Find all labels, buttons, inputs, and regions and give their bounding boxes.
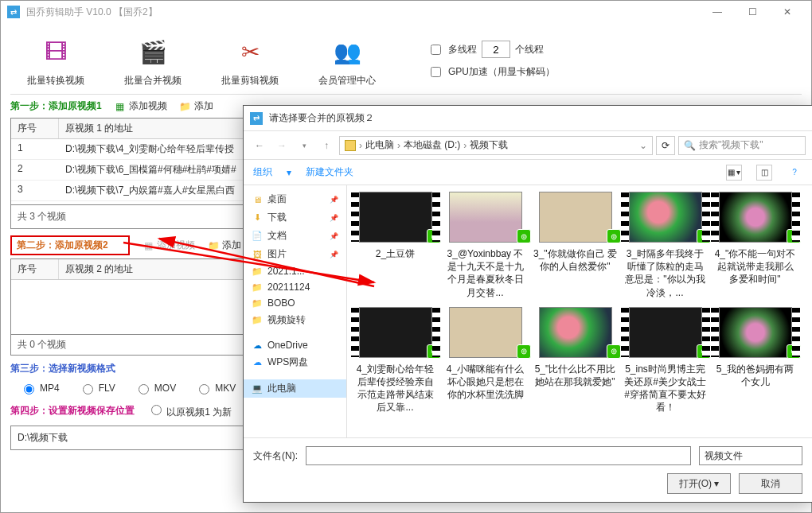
people-icon: 👥 [328, 33, 366, 71]
sidebar-label: 图片 [267, 247, 287, 261]
file-thumb[interactable]: ⊚3_@Yoxinbbay 不是十九天不是十九个月是春夏秋冬日月交替... [443, 192, 527, 299]
folder-icon: 📁 [208, 240, 219, 251]
wechat-badge-icon: ⊚ [787, 229, 801, 243]
crumb[interactable]: 视频下载 [470, 138, 508, 152]
sidebar-icon: ⬇ [252, 212, 263, 223]
search-input[interactable]: 🔍 搜索"视频下载" [678, 136, 806, 155]
wechat-badge-icon: ⊚ [427, 229, 441, 243]
sidebar-item[interactable]: ☁OneDrive [244, 337, 346, 353]
pin-icon: 📌 [330, 196, 338, 204]
nav-forward-button[interactable]: → [272, 136, 291, 155]
file-name: 2_土豆饼 [376, 247, 415, 260]
sidebar-item[interactable]: 📁视频旋转 [244, 311, 346, 329]
app-icon [250, 112, 263, 125]
wechat-badge-icon: ⊚ [517, 344, 531, 359]
step2-row: 第二步：添加原视频2 [10, 235, 130, 255]
wechat-badge-icon: ⊚ [697, 229, 711, 243]
thread-count-input[interactable] [482, 41, 510, 58]
sidebar-label: 20211124 [267, 282, 310, 293]
crumb[interactable]: 本地磁盘 (D:) [404, 138, 460, 152]
video-thumbnail: ⊚ [359, 307, 432, 358]
tool-merge[interactable]: 🎬 批量合并视频 [117, 33, 189, 87]
table2-count: 共 0 个视频 [18, 338, 66, 352]
crumb[interactable]: 此电脑 [365, 138, 394, 152]
step1-label: 第一步：添加原视频1 [10, 99, 102, 113]
file-thumb[interactable]: ⊚2_土豆饼 [353, 192, 437, 299]
file-thumb[interactable]: ⊚5_ins时尚男博主完美还原#美少女战士#穿搭简直不要太好看！ [623, 307, 707, 414]
sidebar-label: 桌面 [267, 192, 287, 206]
file-name: 5_我的爸妈拥有两个女儿 [713, 363, 797, 388]
file-thumb[interactable]: ⊚3_时隔多年我终于听懂了陈粒的走马意思是："你以为我冷淡，... [623, 192, 707, 299]
tool-cut[interactable]: ✂ 批量剪辑视频 [214, 33, 286, 87]
use-src-path[interactable]: 以原视频1 为新 [147, 402, 232, 419]
sidebar-label: 此电脑 [267, 382, 296, 395]
add-video2-button[interactable]: ▦ 添加视频 [142, 239, 195, 252]
file-name: 3_@Yoxinbbay 不是十九天不是十九个月是春夏秋冬日月交替... [443, 247, 527, 299]
file-thumb[interactable]: ⊚3_"你就做你自己 爱你的人自然爱你" [533, 192, 617, 299]
format-mov[interactable]: MOV [135, 382, 176, 394]
file-thumb[interactable]: ⊚4_"你不能一句对不起就说带走我那么多爱和时间" [713, 192, 797, 299]
wechat-badge-icon: ⊚ [697, 344, 711, 359]
chevron-down-icon[interactable]: ⌄ [639, 140, 647, 151]
sidebar-item[interactable]: ☁WPS网盘 [244, 353, 346, 371]
file-name: 4_小嘴咪能有什么坏心眼她只是想在你的水杯里洗洗脚 [443, 363, 527, 402]
add-folder2-button[interactable]: 📁 添加 [208, 239, 241, 252]
pin-icon: 📌 [330, 251, 338, 258]
sidebar-label: 下载 [267, 211, 287, 224]
tool-label: 会员管理中心 [318, 74, 376, 87]
add-video1-button[interactable]: ▦ 添加视频 [115, 99, 167, 113]
preview-pane-button[interactable]: ◫ [756, 165, 772, 181]
sidebar-item[interactable]: 📁BOBO [244, 295, 346, 311]
wechat-badge-icon: ⊚ [427, 344, 441, 359]
format-mp4[interactable]: MP4 [20, 382, 60, 394]
sidebar-item[interactable]: 💻此电脑 [244, 379, 346, 398]
nav-up-button[interactable]: ↑ [317, 136, 336, 155]
file-name: 4_刘雯耐心给年轻后辈传授经验亲自示范走路带风结束后又靠... [353, 363, 437, 414]
sidebar-item[interactable]: 🖥桌面📌 [244, 190, 346, 208]
file-thumb[interactable]: ⊚5_我的爸妈拥有两个女儿 [713, 307, 797, 414]
format-mkv[interactable]: MKV [195, 382, 236, 394]
file-thumb[interactable]: ⊚4_小嘴咪能有什么坏心眼她只是想在你的水杯里洗洗脚 [443, 307, 527, 414]
wechat-badge-icon: ⊚ [517, 229, 531, 243]
filename-input[interactable] [306, 446, 691, 465]
main-toolbar: 🎞 批量转换视频 🎬 批量合并视频 ✂ 批量剪辑视频 👥 会员管理中心 多线程 [10, 29, 802, 91]
sidebar-item[interactable]: 📁2021.1... [244, 263, 346, 279]
sidebar-icon: 📁 [252, 315, 263, 326]
sidebar-item[interactable]: 📁20211124 [244, 279, 346, 295]
tool-member[interactable]: 👥 会员管理中心 [311, 33, 383, 87]
new-folder-button[interactable]: 新建文件夹 [306, 165, 353, 179]
sidebar-icon: 📁 [252, 266, 263, 277]
folder-icon: 📁 [180, 101, 191, 112]
breadcrumb[interactable]: › 此电脑 › 本地磁盘 (D:) › 视频下载 ⌄ [339, 136, 653, 155]
file-thumb[interactable]: ⊚4_刘雯耐心给年轻后辈传授经验亲自示范走路带风结束后又靠... [353, 307, 437, 414]
refresh-button[interactable]: ⟳ [656, 136, 675, 155]
sidebar-item[interactable]: ⬇下载📌 [244, 208, 346, 227]
gpu-option[interactable]: GPU加速（用显卡解码） [427, 64, 555, 80]
help-button[interactable]: ? [787, 165, 802, 181]
step2-label: 第二步：添加原视频2 [17, 239, 108, 252]
close-button[interactable]: ✕ [770, 1, 805, 23]
sidebar-item[interactable]: 📄文档📌 [244, 227, 346, 245]
organize-button[interactable]: 组织 [253, 165, 272, 179]
sidebar-label: 视频旋转 [267, 313, 306, 327]
sidebar-icon: 📁 [252, 282, 263, 293]
nav-recent-button[interactable]: ▾ [295, 136, 314, 155]
filter-dropdown[interactable]: 视频文件 [699, 446, 802, 465]
file-thumb[interactable]: ⊚5_"比什么比不用比她站在那我就爱她" [533, 307, 617, 414]
add-folder1-button[interactable]: 📁 添加 [180, 99, 213, 113]
cancel-button[interactable]: 取消 [739, 473, 802, 494]
multithread-option[interactable]: 多线程 个线程 [427, 41, 555, 58]
maximize-button[interactable]: ☐ [735, 1, 770, 23]
sidebar-icon: 🖼 [252, 249, 263, 260]
sidebar-item[interactable]: 🖼图片📌 [244, 245, 346, 263]
tool-convert[interactable]: 🎞 批量转换视频 [20, 33, 92, 87]
multithread-checkbox[interactable] [431, 45, 441, 55]
open-button[interactable]: 打开(O) ▾ [667, 473, 731, 494]
minimize-button[interactable]: — [700, 1, 735, 23]
format-flv[interactable]: FLV [79, 382, 115, 394]
gpu-checkbox[interactable] [431, 67, 441, 77]
nav-back-button[interactable]: ← [250, 136, 269, 155]
view-mode-button[interactable]: ▦ ▾ [726, 165, 742, 181]
step4-label: 第四步：设置新视频保存位置 [10, 404, 135, 418]
main-titlebar: 国乔剪辑助手 V10.0 【国乔2】 — ☐ ✕ [1, 1, 811, 23]
